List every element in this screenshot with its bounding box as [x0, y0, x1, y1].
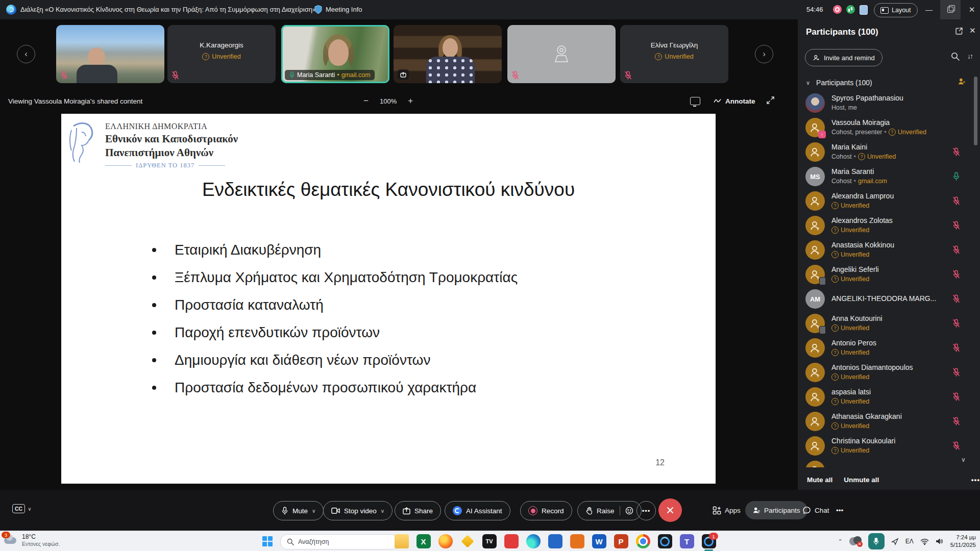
tray-microphone-button[interactable]	[868, 533, 885, 549]
bullet-dot	[152, 331, 156, 335]
mic-icon	[873, 537, 879, 545]
taskbar-app-app-yellow[interactable]	[456, 533, 478, 550]
participant-row[interactable]: MSMaria SarantiCohost•gmail.com	[798, 164, 971, 189]
sort-icon[interactable]: ↓↑	[967, 52, 972, 60]
taskbar-app-powerpoint[interactable]: P	[610, 533, 632, 550]
stop-video-button[interactable]: Stop video ∨	[323, 501, 393, 520]
zoom-out-button[interactable]: −	[363, 96, 369, 106]
video-tile-active-speaker[interactable]: Maria Saranti • gmail.com	[281, 25, 389, 83]
wifi-icon[interactable]	[920, 538, 929, 545]
participant-row[interactable]: ?Antonios Diamantopoulos?Unverified	[798, 360, 971, 385]
participant-row[interactable]: ?Angeliki Seferli?Unverified	[798, 262, 971, 287]
mic-muted-icon	[952, 196, 960, 205]
participant-row[interactable]: ?Alexandra Lamprou?Unverified	[798, 189, 971, 213]
participants-panel-footer: Mute all Unmute all •••	[798, 469, 980, 490]
view-on-device-icon[interactable]	[690, 97, 700, 105]
filmstrip-prev-button[interactable]: ‹	[17, 45, 35, 63]
unmute-all-button[interactable]: Unmute all	[844, 476, 879, 484]
participants-button[interactable]: Participants	[745, 501, 807, 519]
taskbar-app-webex[interactable]	[654, 533, 676, 550]
window-close-button[interactable]: ✕	[962, 0, 980, 19]
taskbar-app-app-red[interactable]	[500, 533, 522, 550]
leave-meeting-button[interactable]	[658, 498, 682, 522]
footer-more-options-button[interactable]: •••	[971, 476, 980, 484]
video-tile-1[interactable]	[56, 25, 164, 83]
recording-indicator-icon[interactable]	[833, 5, 842, 14]
participant-row[interactable]: ?Anna Koutourini?Unverified	[798, 311, 971, 336]
participant-row[interactable]: ?Alexandros Zolotas?Unverified	[798, 213, 971, 238]
mute-all-button[interactable]: Mute all	[807, 476, 832, 484]
taskbar-app-app-blue[interactable]	[544, 533, 566, 550]
chevron-down-icon[interactable]: ∨	[312, 508, 315, 514]
taskbar-app-edge[interactable]	[522, 533, 544, 550]
popout-panel-icon[interactable]	[955, 27, 963, 35]
location-arrow-icon[interactable]	[891, 538, 899, 545]
participant-row[interactable]: AMANGELIKI-THEODORA MARG...	[798, 287, 971, 311]
closed-captions-button[interactable]: CC ∨	[12, 504, 32, 513]
search-icon[interactable]	[951, 52, 960, 61]
more-options-button[interactable]: •••	[636, 501, 656, 520]
participant-row[interactable]: ?Maria KainiCohost•?Unverified	[798, 140, 971, 164]
tray-expand-chevron-icon[interactable]: ⌃	[838, 538, 842, 545]
close-panel-button[interactable]: ✕	[969, 26, 976, 35]
filmstrip-next-button[interactable]: ›	[755, 45, 773, 63]
taskbar-clock[interactable]: 7:24 μμ 5/11/2025	[950, 534, 976, 549]
attendee-privileges-icon[interactable]	[957, 77, 966, 86]
participant-row[interactable]: ?aspasia latsi?Unverified	[798, 385, 971, 409]
window-restore-button[interactable]	[940, 0, 961, 19]
meeting-info-button[interactable]: Meeting Info	[326, 6, 362, 13]
layout-button[interactable]: Layout	[874, 3, 918, 17]
apps-button[interactable]: Apps	[713, 501, 741, 519]
person-icon: ?	[808, 366, 822, 379]
participant-row[interactable]: ?Athanasia Gkaragkani?Unverified	[798, 409, 971, 434]
taskbar-app-file-explorer[interactable]	[390, 533, 412, 550]
volume-icon[interactable]	[936, 538, 944, 545]
windows-start-button[interactable]	[261, 535, 274, 547]
chat-button[interactable]: Chat	[802, 501, 829, 519]
video-tile-2[interactable]: K.Karageorgis ? Unverified	[167, 25, 276, 83]
video-tile-camera-off[interactable]	[507, 25, 616, 83]
participant-subline: ?Unverified	[831, 422, 902, 430]
window-minimize-button[interactable]: —	[919, 0, 939, 19]
reactions-smiley-icon[interactable]	[625, 507, 633, 515]
taskbar-app-tv-app[interactable]: TV	[478, 533, 500, 550]
scroll-more-chevron-icon[interactable]: ∨	[961, 456, 966, 463]
connection-quality-icon[interactable]	[846, 5, 855, 14]
taskbar-app-excel[interactable]: X	[412, 533, 434, 550]
tray-hidden-icons[interactable]: ✕	[849, 536, 862, 547]
zoom-level[interactable]: 100%	[380, 97, 397, 105]
participant-row[interactable]: ?Antonio Peros?Unverified	[798, 336, 971, 360]
participant-row[interactable]: ?Anastasia Kokkinou?Unverified	[798, 238, 971, 262]
share-button[interactable]: Share	[395, 501, 441, 520]
taskbar-app-firefox[interactable]	[434, 533, 456, 550]
record-button[interactable]: Record	[520, 501, 572, 520]
mic-muted-icon	[952, 221, 960, 230]
taskbar-app-app-orange[interactable]	[566, 533, 588, 550]
more-panels-button[interactable]: •••	[836, 501, 843, 519]
ai-assistant-button[interactable]: AI Assistant	[445, 501, 510, 520]
taskbar-app-word[interactable]: W	[588, 533, 610, 550]
raise-hand-button[interactable]: Raise	[577, 501, 642, 520]
participant-row[interactable]: ?Christina Koukoulari?Unverified	[798, 434, 971, 458]
taskbar-search-input[interactable]: Αναζήτηση	[280, 534, 399, 549]
fullscreen-icon[interactable]	[767, 96, 774, 104]
annotate-button[interactable]: Annotate	[714, 97, 755, 105]
participant-row[interactable]: ?↑Vassoula MoiragiaCohost, presenter•?Un…	[798, 115, 971, 140]
participant-row-partial[interactable]: ?	[798, 458, 971, 467]
video-tile-4[interactable]	[394, 25, 502, 83]
sharing-badge-icon	[398, 69, 409, 80]
zoom-in-button[interactable]: +	[408, 96, 413, 106]
panel-scrollbar[interactable]	[974, 77, 977, 145]
chevron-down-icon[interactable]: ∨	[381, 508, 384, 514]
language-indicator[interactable]: ΕΛ	[905, 538, 914, 545]
invite-and-remind-button[interactable]: Invite and remind	[805, 49, 883, 66]
notes-icon[interactable]	[860, 5, 868, 15]
taskbar-app-chrome[interactable]	[632, 533, 654, 550]
taskbar-app-teams[interactable]: T	[676, 533, 698, 550]
participant-row[interactable]: Spyros PapathanasiouHost, me	[798, 91, 971, 115]
weather-widget[interactable]: 3 18°C Εντονες νεφώσ.	[3, 533, 60, 547]
video-tile-6[interactable]: Ελίνα Γεωργίλη ? Unverified	[620, 25, 728, 83]
taskbar-app-webex-meeting[interactable]: 1	[698, 533, 720, 550]
mute-button[interactable]: Mute ∨	[273, 501, 324, 520]
participants-section-header[interactable]: ∨ Participants (100)	[806, 79, 872, 87]
